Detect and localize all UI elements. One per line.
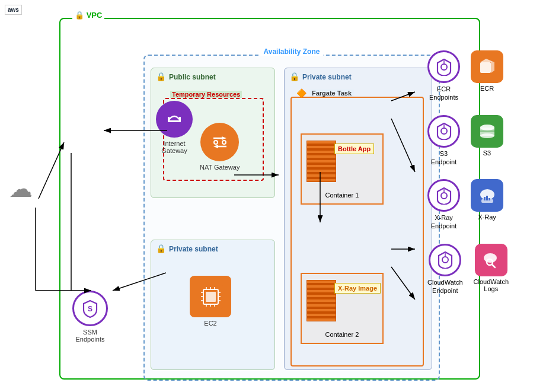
svg-point-37 bbox=[480, 133, 494, 138]
svg-rect-9 bbox=[168, 117, 170, 122]
private-subnet-left-label: Private subnet bbox=[169, 245, 218, 253]
internet-gateway-wrapper: InternetGateway bbox=[156, 101, 193, 154]
ec2-wrapper: EC2 bbox=[190, 276, 231, 327]
container-1-stripes bbox=[306, 141, 336, 182]
svg-point-33 bbox=[441, 128, 447, 134]
ecr-service-icon bbox=[471, 50, 503, 83]
s3-endpoint-row: S3Endpoint S3 bbox=[427, 115, 537, 167]
nat-gateway-icon bbox=[200, 123, 239, 161]
fargate-task-icon: 🔶 bbox=[296, 88, 306, 98]
container-2-stripes bbox=[306, 280, 336, 321]
ec2-icon bbox=[190, 276, 231, 317]
private-subnet-right: 🔒 Private subnet 🔶 Fargate Task Bottle A… bbox=[284, 68, 432, 370]
container-2-box: X-Ray Image Container 2 bbox=[301, 273, 384, 344]
public-subnet-icon: 🔒 bbox=[156, 72, 166, 81]
s3-endpoint-icon bbox=[427, 115, 460, 148]
svg-text:S: S bbox=[88, 305, 92, 313]
svg-rect-8 bbox=[168, 120, 180, 122]
az-box: Availability Zone 🔒 Public subnet Tempor… bbox=[143, 55, 440, 381]
svg-rect-10 bbox=[179, 117, 181, 122]
xray-endpoint-label: X-RayEndpoint bbox=[431, 213, 456, 231]
ssm-endpoints-label: SSMEndpoints bbox=[76, 329, 105, 343]
s3-service-label: S3 bbox=[483, 149, 491, 157]
svg-rect-43 bbox=[484, 197, 486, 200]
private-subnet-right-icon: 🔒 bbox=[289, 72, 299, 81]
cloudwatch-endpoint-row: CloudWatchEndpoint CloudWatchLogs bbox=[427, 244, 537, 295]
right-endpoints-panel: ECREndpoints ECR bbox=[427, 50, 537, 295]
vpc-label: 🔒 VPC bbox=[72, 11, 104, 20]
svg-line-50 bbox=[492, 264, 495, 267]
internet-cloud: ☁ bbox=[9, 175, 33, 202]
xray-endpoint-row: X-RayEndpoint X-Ray bbox=[427, 179, 537, 231]
svg-point-48 bbox=[484, 253, 497, 263]
container-2-label: Container 2 bbox=[302, 331, 382, 338]
cloudwatch-service-label: CloudWatchLogs bbox=[474, 278, 509, 292]
ssm-endpoints-wrapper: S SSMEndpoints bbox=[72, 291, 108, 343]
container-1-label: Container 1 bbox=[302, 192, 382, 199]
ecr-endpoint-label: ECREndpoints bbox=[429, 85, 458, 102]
xray-image-label: X-Ray Image bbox=[334, 283, 381, 294]
svg-rect-44 bbox=[486, 196, 488, 200]
cloudwatch-endpoint-icon bbox=[429, 244, 461, 276]
s3-service-icon bbox=[471, 115, 503, 148]
xray-service-icon bbox=[471, 179, 503, 212]
svg-point-28 bbox=[441, 64, 447, 70]
svg-point-0 bbox=[209, 132, 231, 153]
cloudwatch-endpoint-label: CloudWatchEndpoint bbox=[427, 278, 463, 295]
svg-rect-13 bbox=[206, 292, 216, 302]
ssm-endpoints-icon: S bbox=[72, 291, 108, 326]
bottle-app-label: Bottle App bbox=[334, 144, 374, 154]
svg-rect-45 bbox=[488, 198, 490, 200]
temp-resources-label: Temporary Resources bbox=[170, 91, 242, 98]
svg-marker-31 bbox=[480, 59, 494, 62]
cloudwatch-service-icon bbox=[475, 244, 507, 276]
fargate-task-label: Fargate Task bbox=[309, 90, 354, 97]
az-label: Availability Zone bbox=[260, 47, 324, 56]
vpc-box: 🔒 VPC Availability Zone 🔒 Public subnet … bbox=[59, 18, 480, 380]
internet-gateway-icon bbox=[156, 101, 193, 138]
svg-point-39 bbox=[441, 193, 447, 199]
private-subnet-right-label: Private subnet bbox=[302, 73, 352, 81]
aws-text: aws bbox=[8, 7, 19, 13]
fargate-task-box: 🔶 Fargate Task Bottle App Container 1 bbox=[290, 97, 424, 366]
private-subnet-left-icon: 🔒 bbox=[156, 244, 166, 253]
public-subnet: 🔒 Public subnet Temporary Resources bbox=[151, 68, 275, 198]
s3-endpoint-label: S3Endpoint bbox=[431, 149, 456, 167]
ecr-endpoint-row: ECREndpoints ECR bbox=[427, 50, 537, 102]
xray-service-label: X-Ray bbox=[478, 213, 496, 221]
ec2-label: EC2 bbox=[204, 320, 216, 327]
private-subnet-left: 🔒 Private subnet bbox=[151, 240, 275, 370]
nat-gateway-wrapper: NAT Gateway bbox=[200, 123, 240, 171]
aws-logo: aws bbox=[5, 5, 22, 15]
svg-point-46 bbox=[442, 257, 448, 263]
ecr-endpoint-icon bbox=[427, 50, 460, 83]
internet-gateway-label: InternetGateway bbox=[161, 140, 187, 154]
public-subnet-label: Public subnet bbox=[169, 73, 216, 81]
diagram-container: aws ☁ 🔒 VPC Availability Zone 🔒 Public s… bbox=[0, 0, 546, 392]
svg-marker-32 bbox=[491, 62, 494, 73]
svg-rect-30 bbox=[480, 62, 491, 73]
xray-endpoint-icon bbox=[427, 179, 460, 212]
ecr-service-label: ECR bbox=[480, 85, 494, 92]
container-1-box: Bottle App Container 1 bbox=[301, 133, 384, 205]
nat-gateway-label: NAT Gateway bbox=[200, 164, 240, 171]
svg-point-7 bbox=[164, 109, 184, 129]
